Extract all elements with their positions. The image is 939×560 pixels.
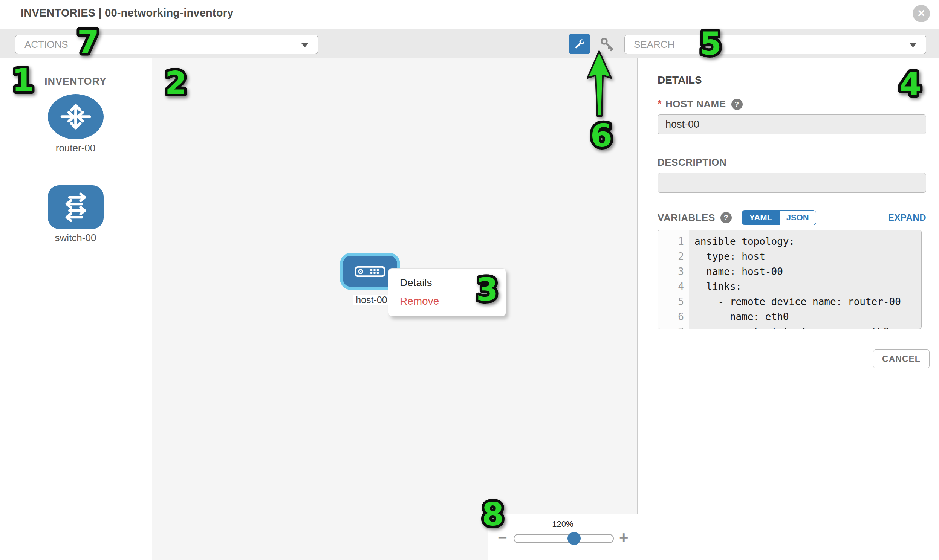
host-icon — [355, 266, 385, 277]
close-icon: × — [917, 6, 925, 19]
required-asterisk: * — [657, 98, 661, 110]
variables-format-toggle: YAML JSON — [742, 210, 816, 225]
sidebar-item-label: router-00 — [56, 142, 96, 154]
code-line: name: eth0 — [694, 309, 921, 324]
variables-row: VARIABLES ? YAML JSON EXPAND — [657, 209, 926, 226]
description-label: DESCRIPTION — [657, 157, 726, 168]
details-panel: DETAILS * HOST NAME ? DESCRIPTION VARIAB… — [638, 58, 939, 560]
expand-link[interactable]: EXPAND — [888, 212, 926, 223]
topology-canvas[interactable]: host-00 Details Remove 120% − + — [152, 58, 638, 560]
toolbar: ACTIONS — [0, 29, 939, 58]
actions-dropdown-label: ACTIONS — [25, 39, 68, 51]
code-editor-content[interactable]: ansible_topology: type: host name: host-… — [689, 230, 921, 329]
inventory-sidebar: INVENTORY router-00 — [0, 58, 151, 560]
minus-icon: − — [498, 528, 507, 546]
plus-icon: + — [619, 528, 629, 546]
router-icon — [48, 94, 103, 139]
help-icon[interactable]: ? — [731, 98, 743, 110]
context-menu-item-remove[interactable]: Remove — [389, 292, 506, 310]
switch-icon — [48, 185, 103, 229]
context-menu-item-details[interactable]: Details — [389, 274, 506, 292]
cancel-button[interactable]: CANCEL — [873, 349, 930, 368]
tab-yaml[interactable]: YAML — [742, 211, 780, 225]
zoom-slider-track[interactable] — [513, 534, 614, 543]
chevron-down-icon — [301, 43, 308, 48]
variables-label: VARIABLES — [657, 212, 715, 224]
key-icon — [598, 35, 616, 53]
host-name-input[interactable] — [657, 114, 926, 134]
toolbar-key-button[interactable] — [598, 35, 616, 53]
code-line: ansible_topology: — [694, 234, 921, 249]
help-icon[interactable]: ? — [720, 212, 732, 223]
host-name-label: HOST NAME — [665, 98, 726, 110]
actions-dropdown[interactable]: ACTIONS — [15, 35, 318, 54]
inventory-topology-app: INVENTORIES | 00-networking-inventory × … — [0, 0, 939, 560]
toolbar-tools-button[interactable] — [569, 34, 591, 54]
sidebar-item-switch[interactable]: switch-00 — [0, 185, 151, 244]
tab-json[interactable]: JSON — [780, 211, 816, 225]
code-line: - remote_device_name: router-00 — [694, 294, 921, 309]
sidebar-item-label: switch-00 — [55, 232, 96, 244]
sidebar-item-router[interactable]: router-00 — [0, 94, 151, 154]
code-line: name: host-00 — [694, 264, 921, 279]
close-button[interactable]: × — [913, 5, 930, 22]
host-name-label-row: * HOST NAME ? — [657, 98, 743, 110]
chevron-down-icon — [909, 43, 917, 48]
zoom-out-button[interactable]: − — [498, 529, 507, 546]
zoom-control-panel: 120% − + — [487, 514, 638, 560]
code-line: type: host — [694, 249, 921, 264]
header: INVENTORIES | 00-networking-inventory × — [0, 0, 939, 29]
search-placeholder: SEARCH — [634, 39, 674, 51]
variables-code-editor: 1 2 3 4 5 6 7 ansible_topology: type: ho… — [657, 230, 922, 329]
zoom-level-label: 120% — [488, 519, 638, 529]
description-label-row: DESCRIPTION — [657, 157, 726, 168]
search-dropdown[interactable]: SEARCH — [624, 35, 926, 54]
details-panel-title: DETAILS — [657, 74, 702, 86]
inventory-sidebar-title: INVENTORY — [0, 76, 151, 88]
wrench-icon — [573, 37, 586, 51]
zoom-slider-thumb[interactable] — [567, 532, 581, 545]
code-line-numbers: 1 2 3 4 5 6 7 — [658, 230, 689, 329]
code-line: links: — [694, 279, 921, 294]
code-line: remote_interface_name: eth0 — [694, 324, 921, 329]
zoom-in-button[interactable]: + — [619, 529, 629, 546]
host-node-label: host-00 — [353, 295, 390, 305]
description-input[interactable] — [657, 173, 926, 193]
page-title: INVENTORIES | 00-networking-inventory — [21, 7, 233, 19]
node-context-menu: Details Remove — [388, 268, 506, 316]
